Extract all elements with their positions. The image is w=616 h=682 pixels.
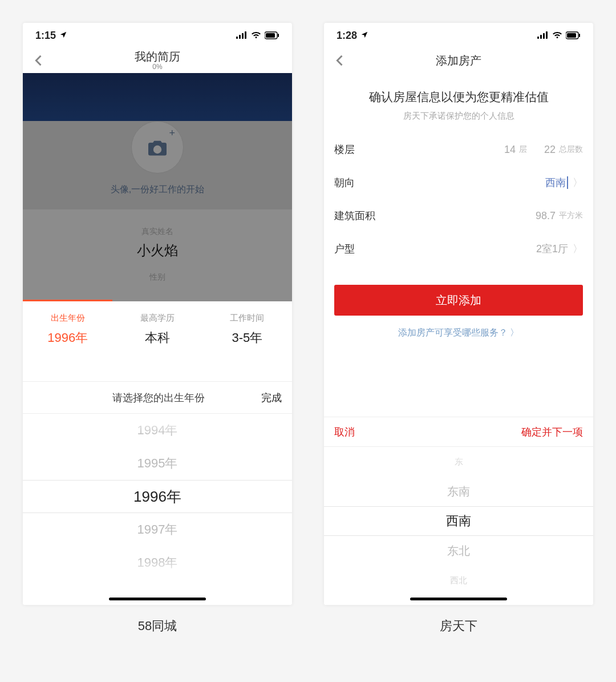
phone-caption: 房天下: [440, 618, 477, 635]
wifi-icon: [251, 31, 261, 39]
orientation-value: 西南: [545, 176, 566, 189]
chevron-right-icon: 〉: [508, 328, 519, 337]
home-indicator[interactable]: [109, 598, 206, 600]
nav-bar: 添加房产: [324, 48, 593, 73]
area-value: 98.7: [536, 210, 556, 222]
row-label: 楼层: [334, 143, 355, 156]
picker-title: 请选择您的出生年份: [56, 391, 261, 405]
tab-value: 1996年: [23, 329, 112, 346]
name-card: 真实姓名 小火焰 性别: [23, 209, 292, 302]
svg-rect-1: [239, 35, 241, 39]
avatar-section: + 头像,一份好工作的开始: [23, 121, 292, 209]
picker-done-button[interactable]: 完成: [261, 391, 282, 405]
chevron-right-icon: 〉: [573, 176, 583, 189]
row-floor[interactable]: 楼层 14 层 22 总层数: [324, 133, 593, 166]
back-button[interactable]: [31, 53, 47, 68]
picker-option[interactable]: 东南: [324, 477, 593, 506]
row-orientation[interactable]: 朝向 西南 〉: [324, 166, 593, 199]
year-picker: 请选择您的出生年份 完成 1994年 1995年 1996年 1997年 199…: [23, 381, 292, 605]
nav-title: 我的简历: [135, 50, 180, 63]
lead-subtitle: 房天下承诺保护您的个人信息: [335, 111, 582, 122]
row-area[interactable]: 建筑面积 98.7 平方米: [324, 199, 593, 232]
svg-rect-5: [266, 33, 275, 38]
orientation-picker: 取消 确定并下一项 东 东南 西南 东北 西北: [324, 417, 593, 605]
signal-icon: [236, 31, 248, 39]
status-time: 1:28: [337, 30, 357, 42]
signal-icon: [537, 31, 549, 39]
total-floors-unit: 总层数: [559, 144, 583, 155]
row-layout[interactable]: 户型 2室1厅 〉: [324, 232, 593, 265]
svg-rect-13: [579, 34, 580, 37]
picker-wheel[interactable]: 1994年 1995年 1996年 1997年 1998年: [23, 414, 292, 579]
location-icon: [59, 30, 67, 42]
profile-tabs: 出生年份 1996年 最高学历 本科 工作时间 3-5年: [23, 301, 292, 358]
wifi-icon: [552, 31, 562, 39]
phone-fangtianxia: 1:28 添加房产: [324, 23, 593, 605]
svg-rect-2: [242, 33, 244, 39]
nav-bar: 我的简历 0%: [23, 48, 292, 73]
back-button[interactable]: [332, 53, 348, 68]
picker-option[interactable]: 1998年: [23, 546, 292, 579]
floor-value: 14: [504, 144, 516, 156]
phone-58tongcheng: 1:15 我的简历 0%: [23, 23, 292, 605]
status-icons: [537, 31, 581, 39]
gender-label: 性别: [23, 272, 292, 283]
name-value: 小火焰: [23, 241, 292, 260]
floor-unit: 层: [519, 144, 527, 155]
picker-wheel[interactable]: 东 东南 西南 东北 西北: [324, 447, 593, 605]
svg-rect-12: [567, 33, 576, 38]
home-indicator[interactable]: [410, 598, 507, 600]
layout-value: 2室1厅: [536, 242, 568, 256]
picker-cancel-button[interactable]: 取消: [334, 425, 355, 439]
chevron-right-icon: 〉: [573, 242, 583, 256]
row-label: 户型: [334, 242, 355, 256]
battery-icon: [265, 31, 279, 39]
picker-option[interactable]: 东: [324, 447, 593, 477]
link-text: 添加房产可享受哪些服务？: [398, 328, 508, 337]
picker-option[interactable]: 1994年: [23, 414, 292, 447]
status-bar: 1:28: [324, 23, 593, 48]
camera-icon: [146, 138, 169, 156]
picker-option[interactable]: 1997年: [23, 513, 292, 546]
lead-title: 确认房屋信息以便为您更精准估值: [335, 89, 582, 105]
avatar-upload[interactable]: +: [131, 121, 184, 173]
services-link[interactable]: 添加房产可享受哪些服务？ 〉: [324, 327, 593, 339]
area-unit: 平方米: [559, 211, 583, 221]
tab-label: 最高学历: [112, 313, 202, 324]
battery-icon: [566, 31, 581, 39]
svg-rect-3: [245, 31, 246, 39]
tab-birthyear[interactable]: 出生年份 1996年: [23, 301, 112, 358]
svg-rect-8: [540, 35, 542, 39]
location-icon: [360, 30, 368, 42]
avatar-hint: 头像,一份好工作的开始: [23, 184, 292, 196]
status-time: 1:15: [35, 30, 56, 42]
plus-icon: +: [169, 127, 175, 139]
picker-option[interactable]: 1995年: [23, 447, 292, 480]
picker-option-selected[interactable]: 西南: [324, 506, 593, 536]
status-icons: [236, 31, 279, 39]
tab-label: 工作时间: [202, 313, 292, 324]
svg-rect-6: [278, 34, 279, 37]
svg-rect-9: [543, 33, 545, 39]
tab-education[interactable]: 最高学历 本科: [112, 301, 202, 358]
lead-section: 确认房屋信息以便为您更精准估值 房天下承诺保护您的个人信息: [324, 73, 593, 133]
svg-rect-0: [236, 37, 238, 39]
tab-worktime[interactable]: 工作时间 3-5年: [202, 301, 292, 358]
row-label: 建筑面积: [334, 209, 375, 223]
row-label: 朝向: [334, 176, 355, 189]
text-cursor: [567, 176, 568, 189]
total-floors-value: 22: [544, 144, 556, 156]
picker-confirm-button[interactable]: 确定并下一项: [521, 425, 583, 439]
svg-rect-7: [537, 37, 539, 39]
submit-button[interactable]: 立即添加: [334, 285, 583, 316]
picker-option-selected[interactable]: 1996年: [23, 480, 292, 513]
name-label: 真实姓名: [23, 227, 292, 237]
phone-caption: 58同城: [138, 618, 177, 635]
picker-option[interactable]: 东北: [324, 536, 593, 566]
svg-rect-10: [546, 31, 548, 39]
picker-option[interactable]: 西北: [324, 566, 593, 595]
nav-subtitle: 0%: [135, 63, 180, 71]
status-bar: 1:15: [23, 23, 292, 48]
tab-value: 3-5年: [202, 329, 292, 346]
tab-label: 出生年份: [23, 313, 112, 324]
